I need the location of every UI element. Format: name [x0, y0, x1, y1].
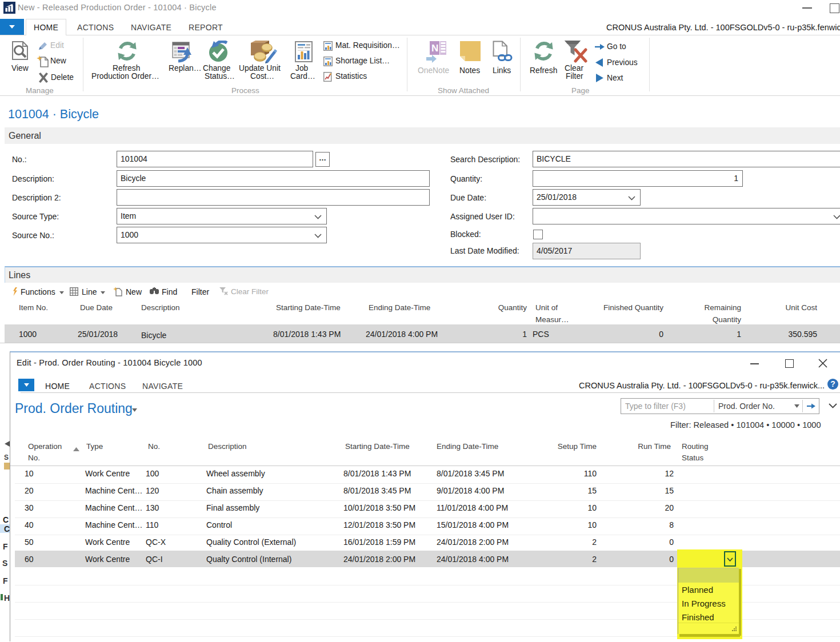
svg-text:N: N — [431, 43, 438, 54]
